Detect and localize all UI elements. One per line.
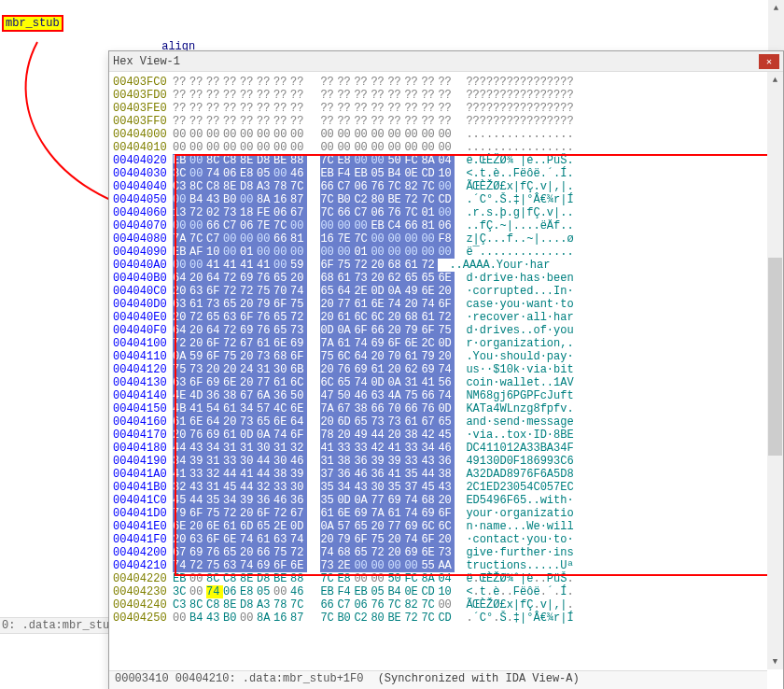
hex-byte[interactable]: 00: [273, 167, 290, 180]
hex-byte[interactable]: ??: [320, 102, 337, 115]
hex-byte[interactable]: 00: [173, 219, 189, 232]
hex-byte[interactable]: 00: [354, 154, 371, 167]
hex-byte[interactable]: 75: [257, 285, 273, 298]
hex-byte[interactable]: 24: [240, 363, 257, 376]
hex-byte[interactable]: 00: [223, 128, 240, 141]
hex-byte[interactable]: 06: [438, 219, 455, 232]
hex-byte[interactable]: 8A: [257, 193, 273, 206]
hex-byte[interactable]: 00: [371, 154, 387, 167]
hex-byte[interactable]: 2E: [354, 285, 371, 298]
hex-byte[interactable]: ??: [189, 76, 206, 89]
hex-byte[interactable]: 61: [223, 429, 240, 442]
hex-byte[interactable]: 61: [337, 337, 354, 350]
hex-byte[interactable]: 38: [354, 402, 371, 415]
hex-byte[interactable]: 76: [257, 311, 273, 324]
hex-byte[interactable]: ??: [240, 115, 257, 128]
hex-byte[interactable]: ??: [189, 89, 206, 102]
hex-byte[interactable]: 20: [438, 533, 455, 546]
hex-byte[interactable]: ??: [337, 76, 354, 89]
hex-byte[interactable]: FE: [257, 206, 273, 219]
hex-byte[interactable]: 0A: [387, 376, 404, 389]
hex-byte[interactable]: 61: [320, 507, 337, 520]
hex-byte[interactable]: 69: [354, 363, 371, 376]
hex-byte[interactable]: FC: [404, 154, 421, 167]
hex-byte[interactable]: 00: [273, 141, 290, 154]
hex-byte[interactable]: 72: [290, 546, 307, 559]
hex-byte[interactable]: 00: [438, 180, 455, 193]
hex-byte[interactable]: 64: [206, 324, 223, 337]
hex-byte[interactable]: E8: [337, 154, 354, 167]
hex-byte[interactable]: 47: [320, 389, 337, 402]
hex-byte[interactable]: B4: [387, 585, 404, 598]
hex-byte[interactable]: 06: [240, 219, 257, 232]
hex-byte[interactable]: 00: [273, 128, 290, 141]
hex-row[interactable]: 0040417020 76 69 61 0D 0A 74 6F 78 20 49…: [113, 429, 574, 442]
hex-byte[interactable]: 39: [189, 455, 206, 468]
hex-byte[interactable]: 74: [290, 533, 307, 546]
hex-byte[interactable]: 6F: [206, 337, 223, 350]
hex-byte[interactable]: 44: [257, 455, 273, 468]
hex-bytes[interactable]: 4E 4D 36 38 67 6A 36 50 47 50 46 63 4A 7…: [173, 389, 455, 402]
hex-byte[interactable]: 73: [320, 559, 337, 572]
hex-byte[interactable]: 75: [438, 324, 455, 337]
hex-byte[interactable]: 82: [404, 598, 421, 612]
hex-byte[interactable]: ??: [404, 115, 421, 128]
hex-byte[interactable]: 73: [223, 206, 240, 219]
hex-byte[interactable]: 61: [273, 376, 290, 389]
hex-byte[interactable]: 63: [273, 533, 290, 546]
hex-byte[interactable]: 41: [320, 442, 337, 455]
hex-byte[interactable]: 00: [189, 128, 206, 141]
hex-byte[interactable]: 68: [273, 350, 290, 363]
hex-byte[interactable]: 6E: [404, 337, 421, 350]
hex-byte[interactable]: 30: [257, 442, 273, 455]
hex-byte[interactable]: 7C: [421, 193, 438, 206]
hex-byte[interactable]: 33: [354, 442, 371, 455]
hex-byte[interactable]: EB: [371, 219, 387, 232]
hex-byte[interactable]: 69: [189, 546, 206, 559]
hex-byte[interactable]: 69: [404, 520, 421, 533]
hex-byte[interactable]: 65: [273, 324, 290, 337]
hex-byte[interactable]: 65: [438, 415, 455, 429]
hex-byte[interactable]: ??: [223, 102, 240, 115]
hex-byte[interactable]: 00: [371, 246, 387, 259]
hex-byte[interactable]: 75: [320, 350, 337, 363]
hex-byte[interactable]: ??: [240, 102, 257, 115]
hex-bytes[interactable]: C3 8C C8 8E D8 A3 78 7C 66 C7 06 76 7C 8…: [173, 598, 455, 612]
hex-byte[interactable]: 67: [173, 546, 189, 559]
hex-byte[interactable]: 00: [387, 141, 404, 154]
hex-bytes[interactable]: ?? ?? ?? ?? ?? ?? ?? ?? ?? ?? ?? ?? ?? ?…: [173, 89, 455, 102]
hex-byte[interactable]: C2: [354, 193, 371, 206]
hex-byte[interactable]: 20: [438, 350, 455, 363]
hex-byte[interactable]: 67: [240, 389, 257, 402]
hex-byte[interactable]: ??: [173, 89, 189, 102]
hex-byte[interactable]: 73: [290, 324, 307, 337]
hex-byte[interactable]: 4A: [387, 389, 404, 402]
hex-byte[interactable]: 62: [387, 272, 404, 285]
hex-byte[interactable]: 6C: [354, 311, 371, 324]
asm-label-mbr-stub[interactable]: mbr_stub: [2, 15, 63, 32]
hex-byte[interactable]: 73: [240, 415, 257, 429]
hex-byte[interactable]: C8: [223, 154, 240, 167]
hex-byte[interactable]: 44: [240, 481, 257, 494]
hex-byte[interactable]: 20: [290, 272, 307, 285]
hex-byte[interactable]: B4: [189, 612, 206, 625]
hex-byte[interactable]: 06: [223, 585, 240, 598]
hex-byte[interactable]: 20: [189, 520, 206, 533]
hex-byte[interactable]: 00: [240, 232, 257, 246]
hex-byte[interactable]: ??: [421, 115, 438, 128]
hex-byte[interactable]: 72: [173, 337, 189, 350]
hex-byte[interactable]: 6D: [240, 520, 257, 533]
hex-byte[interactable]: 75: [206, 507, 223, 520]
hex-bytes[interactable]: 79 6F 75 72 20 6F 72 67 61 6E 69 7A 61 7…: [173, 507, 455, 520]
hex-byte[interactable]: 46: [290, 585, 307, 598]
hex-byte[interactable]: 34: [223, 494, 240, 507]
hex-byte[interactable]: 74: [404, 507, 421, 520]
hex-byte[interactable]: 00: [354, 559, 371, 572]
hex-byte[interactable]: CD: [421, 585, 438, 598]
hex-byte[interactable]: EB: [173, 154, 189, 167]
hex-byte[interactable]: 6F: [273, 559, 290, 572]
hex-row[interactable]: 004041504B 41 54 61 34 57 4C 6E 7A 67 38…: [113, 402, 574, 415]
hex-byte[interactable]: 55: [421, 559, 438, 572]
hex-byte[interactable]: 39: [290, 468, 307, 481]
hex-byte[interactable]: 72: [189, 206, 206, 219]
